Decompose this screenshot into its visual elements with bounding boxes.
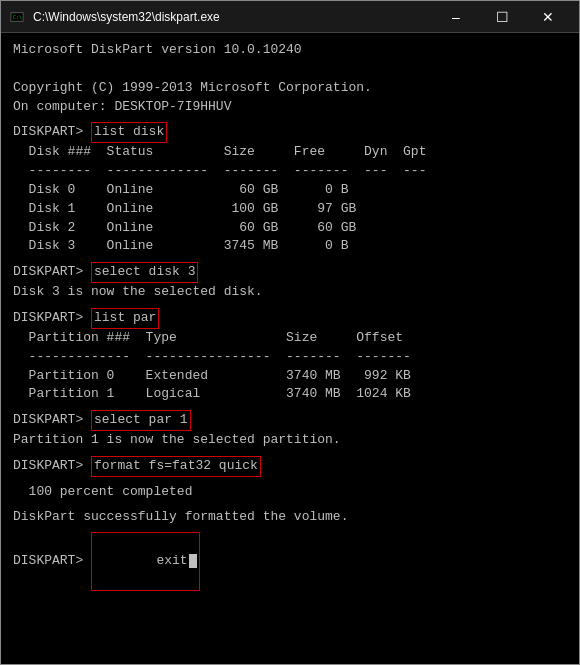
cmd-box-6: exit bbox=[91, 532, 200, 591]
command-line-6: DISKPART> exit bbox=[13, 532, 567, 591]
header-line3: Copyright (C) 1999-2013 Microsoft Corpor… bbox=[13, 79, 567, 98]
result-4: Partition 1 is now the selected partitio… bbox=[13, 431, 567, 450]
prompt-2: DISKPART> bbox=[13, 263, 91, 282]
table-sep: -------- ------------- ------- ------- -… bbox=[13, 162, 567, 181]
disk3-row: Disk 3 Online 3745 MB 0 B bbox=[13, 237, 567, 256]
header-blank bbox=[13, 60, 567, 79]
cmd-box-3: list par bbox=[91, 308, 159, 329]
window: C:\ C:\Windows\system32\diskpart.exe – ☐… bbox=[0, 0, 580, 665]
disk2-row: Disk 2 Online 60 GB 60 GB bbox=[13, 219, 567, 238]
par-header: Partition ### Type Size Offset bbox=[13, 329, 567, 348]
maximize-button[interactable]: ☐ bbox=[479, 1, 525, 33]
result-5a: 100 percent completed bbox=[13, 483, 567, 502]
title-bar: C:\ C:\Windows\system32\diskpart.exe – ☐… bbox=[1, 1, 579, 33]
prompt-6: DISKPART> bbox=[13, 552, 91, 571]
title-buttons: – ☐ ✕ bbox=[433, 1, 571, 33]
minimize-button[interactable]: – bbox=[433, 1, 479, 33]
cmd-box-4: select par 1 bbox=[91, 410, 191, 431]
command-line-4: DISKPART> select par 1 bbox=[13, 410, 567, 431]
prompt-3: DISKPART> bbox=[13, 309, 91, 328]
svg-text:C:\: C:\ bbox=[13, 13, 22, 19]
header-line4: On computer: DESKTOP-7I9HHUV bbox=[13, 98, 567, 117]
window-title: C:\Windows\system32\diskpart.exe bbox=[33, 10, 433, 24]
par-sep: ------------- ---------------- ------- -… bbox=[13, 348, 567, 367]
disk1-row: Disk 1 Online 100 GB 97 GB bbox=[13, 200, 567, 219]
prompt-4: DISKPART> bbox=[13, 411, 91, 430]
header-line1: Microsoft DiskPart version 10.0.10240 bbox=[13, 41, 567, 60]
disk0-row: Disk 0 Online 60 GB 0 B bbox=[13, 181, 567, 200]
command-line-1: DISKPART> list disk bbox=[13, 122, 567, 143]
command-line-2: DISKPART> select disk 3 bbox=[13, 262, 567, 283]
par1-row: Partition 1 Logical 3740 MB 1024 KB bbox=[13, 385, 567, 404]
table-header: Disk ### Status Size Free Dyn Gpt bbox=[13, 143, 567, 162]
command-line-3: DISKPART> list par bbox=[13, 308, 567, 329]
result-5b: DiskPart successfully formatted the volu… bbox=[13, 508, 567, 527]
close-button[interactable]: ✕ bbox=[525, 1, 571, 33]
console-body: Microsoft DiskPart version 10.0.10240 Co… bbox=[1, 33, 579, 664]
prompt-1: DISKPART> bbox=[13, 123, 91, 142]
par0-row: Partition 0 Extended 3740 MB 992 KB bbox=[13, 367, 567, 386]
cursor bbox=[189, 554, 197, 568]
cmd-box-5: format fs=fat32 quick bbox=[91, 456, 261, 477]
cmd-box-2: select disk 3 bbox=[91, 262, 198, 283]
command-line-5: DISKPART> format fs=fat32 quick bbox=[13, 456, 567, 477]
app-icon: C:\ bbox=[9, 9, 25, 25]
result-2: Disk 3 is now the selected disk. bbox=[13, 283, 567, 302]
cmd-box-1: list disk bbox=[91, 122, 167, 143]
prompt-5: DISKPART> bbox=[13, 457, 91, 476]
